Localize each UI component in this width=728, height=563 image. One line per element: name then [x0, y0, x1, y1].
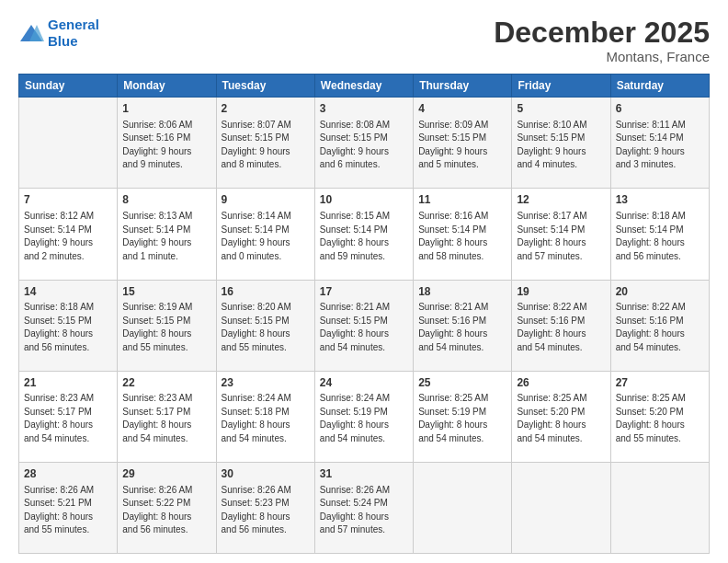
table-cell: 8Sunrise: 8:13 AMSunset: 5:14 PMDaylight…: [118, 189, 216, 280]
table-cell: [512, 462, 610, 553]
day-number: 1: [122, 101, 210, 117]
month-title: December 2025: [494, 17, 710, 49]
day-info: Sunrise: 8:17 AMSunset: 5:14 PMDaylight:…: [517, 210, 605, 263]
calendar-row: 14Sunrise: 8:18 AMSunset: 5:15 PMDayligh…: [19, 280, 710, 371]
table-cell: 17Sunrise: 8:21 AMSunset: 5:15 PMDayligh…: [314, 280, 413, 371]
day-number: 29: [122, 466, 210, 482]
day-info: Sunrise: 8:06 AMSunset: 5:16 PMDaylight:…: [122, 119, 210, 172]
table-cell: 18Sunrise: 8:21 AMSunset: 5:16 PMDayligh…: [414, 280, 512, 371]
day-info: Sunrise: 8:25 AMSunset: 5:20 PMDaylight:…: [517, 392, 605, 445]
day-info: Sunrise: 8:24 AMSunset: 5:19 PMDaylight:…: [320, 392, 408, 445]
day-number: 7: [24, 192, 112, 208]
day-info: Sunrise: 8:22 AMSunset: 5:16 PMDaylight:…: [517, 301, 605, 354]
day-number: 13: [616, 192, 704, 208]
day-info: Sunrise: 8:19 AMSunset: 5:15 PMDaylight:…: [122, 301, 210, 354]
day-info: Sunrise: 8:07 AMSunset: 5:15 PMDaylight:…: [222, 119, 310, 172]
day-number: 11: [418, 192, 506, 208]
day-info: Sunrise: 8:12 AMSunset: 5:14 PMDaylight:…: [24, 210, 112, 263]
day-info: Sunrise: 8:21 AMSunset: 5:15 PMDaylight:…: [320, 301, 408, 354]
day-number: 20: [616, 284, 704, 300]
day-info: Sunrise: 8:10 AMSunset: 5:15 PMDaylight:…: [517, 119, 605, 172]
day-number: 6: [616, 101, 704, 117]
table-cell: 26Sunrise: 8:25 AMSunset: 5:20 PMDayligh…: [512, 371, 610, 462]
table-cell: 23Sunrise: 8:24 AMSunset: 5:18 PMDayligh…: [216, 371, 314, 462]
day-info: Sunrise: 8:25 AMSunset: 5:19 PMDaylight:…: [418, 392, 506, 445]
day-info: Sunrise: 8:16 AMSunset: 5:14 PMDaylight:…: [418, 210, 506, 263]
day-number: 21: [24, 375, 112, 391]
table-cell: 16Sunrise: 8:20 AMSunset: 5:15 PMDayligh…: [216, 280, 314, 371]
day-info: Sunrise: 8:26 AMSunset: 5:21 PMDaylight:…: [24, 484, 112, 537]
table-cell: 6Sunrise: 8:11 AMSunset: 5:14 PMDaylight…: [610, 98, 709, 189]
day-number: 26: [517, 375, 605, 391]
table-cell: 29Sunrise: 8:26 AMSunset: 5:22 PMDayligh…: [118, 462, 216, 553]
day-number: 4: [418, 101, 506, 117]
table-cell: 20Sunrise: 8:22 AMSunset: 5:16 PMDayligh…: [610, 280, 709, 371]
day-info: Sunrise: 8:13 AMSunset: 5:14 PMDaylight:…: [122, 210, 210, 263]
day-number: 12: [517, 192, 605, 208]
logo-icon: [18, 23, 44, 43]
table-cell: [19, 98, 118, 189]
table-cell: 14Sunrise: 8:18 AMSunset: 5:15 PMDayligh…: [19, 280, 118, 371]
table-cell: 28Sunrise: 8:26 AMSunset: 5:21 PMDayligh…: [19, 462, 118, 553]
day-number: 18: [418, 284, 506, 300]
table-cell: 31Sunrise: 8:26 AMSunset: 5:24 PMDayligh…: [314, 462, 413, 553]
calendar-header-row: Sunday Monday Tuesday Wednesday Thursday…: [19, 75, 710, 98]
table-cell: 10Sunrise: 8:15 AMSunset: 5:14 PMDayligh…: [314, 189, 413, 280]
day-number: 24: [320, 375, 408, 391]
table-cell: 4Sunrise: 8:09 AMSunset: 5:15 PMDaylight…: [414, 98, 512, 189]
col-thursday: Thursday: [414, 75, 512, 98]
day-info: Sunrise: 8:26 AMSunset: 5:23 PMDaylight:…: [222, 484, 310, 537]
day-number: 30: [222, 466, 310, 482]
day-info: Sunrise: 8:26 AMSunset: 5:24 PMDaylight:…: [320, 484, 408, 537]
table-cell: 27Sunrise: 8:25 AMSunset: 5:20 PMDayligh…: [610, 371, 709, 462]
day-number: 22: [122, 375, 210, 391]
day-info: Sunrise: 8:24 AMSunset: 5:18 PMDaylight:…: [222, 392, 310, 445]
day-number: 31: [320, 466, 408, 482]
location: Montans, France: [494, 49, 710, 64]
logo-line1: General: [48, 17, 99, 32]
header: General Blue December 2025 Montans, Fran…: [18, 17, 710, 64]
col-tuesday: Tuesday: [216, 75, 314, 98]
calendar-row: 1Sunrise: 8:06 AMSunset: 5:16 PMDaylight…: [19, 98, 710, 189]
day-info: Sunrise: 8:09 AMSunset: 5:15 PMDaylight:…: [418, 119, 506, 172]
day-info: Sunrise: 8:23 AMSunset: 5:17 PMDaylight:…: [122, 392, 210, 445]
day-info: Sunrise: 8:11 AMSunset: 5:14 PMDaylight:…: [616, 119, 704, 172]
table-cell: 12Sunrise: 8:17 AMSunset: 5:14 PMDayligh…: [512, 189, 610, 280]
logo-text: General Blue: [48, 17, 99, 50]
day-info: Sunrise: 8:15 AMSunset: 5:14 PMDaylight:…: [320, 210, 408, 263]
day-number: 16: [222, 284, 310, 300]
day-info: Sunrise: 8:26 AMSunset: 5:22 PMDaylight:…: [122, 484, 210, 537]
table-cell: 19Sunrise: 8:22 AMSunset: 5:16 PMDayligh…: [512, 280, 610, 371]
col-monday: Monday: [118, 75, 216, 98]
day-info: Sunrise: 8:25 AMSunset: 5:20 PMDaylight:…: [616, 392, 704, 445]
day-number: 10: [320, 192, 408, 208]
table-cell: 13Sunrise: 8:18 AMSunset: 5:14 PMDayligh…: [610, 189, 709, 280]
table-cell: 9Sunrise: 8:14 AMSunset: 5:14 PMDaylight…: [216, 189, 314, 280]
day-info: Sunrise: 8:08 AMSunset: 5:15 PMDaylight:…: [320, 119, 408, 172]
calendar-row: 28Sunrise: 8:26 AMSunset: 5:21 PMDayligh…: [19, 462, 710, 553]
table-cell: 2Sunrise: 8:07 AMSunset: 5:15 PMDaylight…: [216, 98, 314, 189]
day-number: 5: [517, 101, 605, 117]
day-number: 2: [222, 101, 310, 117]
day-info: Sunrise: 8:18 AMSunset: 5:14 PMDaylight:…: [616, 210, 704, 263]
day-number: 27: [616, 375, 704, 391]
day-number: 23: [222, 375, 310, 391]
table-cell: 5Sunrise: 8:10 AMSunset: 5:15 PMDaylight…: [512, 98, 610, 189]
day-number: 19: [517, 284, 605, 300]
table-cell: 15Sunrise: 8:19 AMSunset: 5:15 PMDayligh…: [118, 280, 216, 371]
day-info: Sunrise: 8:18 AMSunset: 5:15 PMDaylight:…: [24, 301, 112, 354]
table-cell: 25Sunrise: 8:25 AMSunset: 5:19 PMDayligh…: [414, 371, 512, 462]
calendar-table: Sunday Monday Tuesday Wednesday Thursday…: [18, 74, 710, 554]
day-number: 28: [24, 466, 112, 482]
logo: General Blue: [18, 17, 99, 50]
table-cell: 21Sunrise: 8:23 AMSunset: 5:17 PMDayligh…: [19, 371, 118, 462]
calendar-row: 21Sunrise: 8:23 AMSunset: 5:17 PMDayligh…: [19, 371, 710, 462]
col-saturday: Saturday: [610, 75, 709, 98]
logo-line2: Blue: [48, 33, 78, 49]
table-cell: [610, 462, 709, 553]
page: General Blue December 2025 Montans, Fran…: [0, 0, 728, 563]
day-info: Sunrise: 8:22 AMSunset: 5:16 PMDaylight:…: [616, 301, 704, 354]
calendar-row: 7Sunrise: 8:12 AMSunset: 5:14 PMDaylight…: [19, 189, 710, 280]
day-number: 14: [24, 284, 112, 300]
table-cell: 1Sunrise: 8:06 AMSunset: 5:16 PMDaylight…: [118, 98, 216, 189]
